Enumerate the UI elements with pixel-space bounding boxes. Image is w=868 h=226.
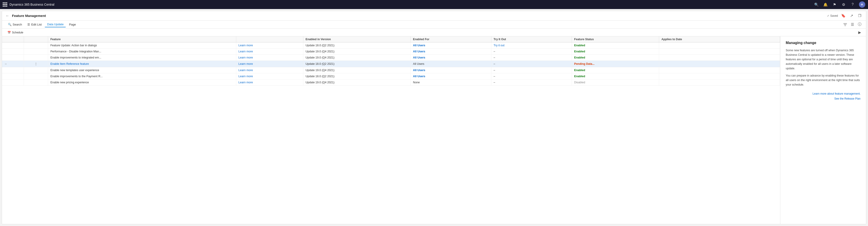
edit-list-label: Edit List xyxy=(31,23,41,26)
user-avatar[interactable]: IK xyxy=(859,1,865,8)
row-arrow-indicator xyxy=(2,67,24,73)
expand-icon[interactable]: ❐ xyxy=(857,13,862,18)
row-feature-name: Enable new templates user experience xyxy=(48,67,236,73)
row-date xyxy=(659,79,780,85)
row-try-out[interactable]: Try it out xyxy=(491,42,572,48)
row-status: Enabled xyxy=(572,48,659,54)
page-tab[interactable]: Page xyxy=(67,22,78,27)
col-status-header[interactable]: Feature Status xyxy=(572,36,659,42)
edit-list-icon: ☰ xyxy=(27,23,30,26)
learn-more-link[interactable]: Learn more xyxy=(239,56,253,59)
row-menu-btn xyxy=(24,67,48,73)
col-feature-header[interactable]: Feature xyxy=(48,36,236,42)
panel-toggle-icon[interactable]: ▶ xyxy=(857,30,862,35)
row-arrow-indicator xyxy=(2,54,24,61)
table-row[interactable]: Enable improvements to integrated em...L… xyxy=(2,54,780,61)
learn-more-link[interactable]: Learn more xyxy=(239,50,253,53)
list-view-icon[interactable]: ☰ xyxy=(850,22,855,27)
settings-icon[interactable]: ⚙ xyxy=(841,2,846,7)
col-menu xyxy=(24,36,48,42)
row-menu-btn xyxy=(24,42,48,48)
col-date-header[interactable]: Applies to Date xyxy=(659,36,780,42)
page-label: Page xyxy=(69,23,76,26)
learn-more-link[interactable]: Learn more xyxy=(239,69,253,72)
table-row[interactable]: Feature Update: Action bar in dialogsLea… xyxy=(2,42,780,48)
row-menu-btn xyxy=(24,48,48,54)
toolbar: 🔍 Search ☰ Edit List Data Update Page ☰ … xyxy=(2,21,866,29)
sub-toolbar: 📅 Schedule ▶ xyxy=(2,29,866,36)
content-area: Feature Enabled in Version Enabled For T… xyxy=(2,36,866,224)
try-out-link[interactable]: Try it out xyxy=(494,44,504,47)
side-panel: Managing change Some new features are tu… xyxy=(780,36,866,224)
learn-more-link[interactable]: Learn more xyxy=(239,62,253,66)
feature-table: Feature Enabled in Version Enabled For T… xyxy=(2,36,780,85)
row-enabled-for: All Users xyxy=(411,54,491,61)
checkmark-icon: ✓ xyxy=(827,14,829,17)
bookmark-icon[interactable]: 🔖 xyxy=(841,13,846,18)
search-button[interactable]: 🔍 Search xyxy=(6,22,24,27)
row-try-out: – xyxy=(491,48,572,54)
edit-list-button[interactable]: ☰ Edit List xyxy=(25,22,44,27)
row-version: Update 18.0 (Q2 2021) xyxy=(303,73,410,79)
row-enabled-for: None xyxy=(411,79,491,85)
row-version: Update 19.0 (Q4 2021) xyxy=(303,79,410,85)
share-icon[interactable]: ↗ xyxy=(849,13,854,18)
col-version-header[interactable]: Enabled in Version xyxy=(303,36,410,42)
row-version: Update 18.0 (Q2 2021) xyxy=(303,42,410,48)
notification-icon[interactable]: 🔔 xyxy=(823,2,828,7)
side-panel-paragraph1: Some new features are turned off when Dy… xyxy=(786,48,861,71)
row-learn-more[interactable]: Learn more xyxy=(236,48,303,54)
row-learn-more[interactable]: Learn more xyxy=(236,54,303,61)
row-learn-more[interactable]: Learn more xyxy=(236,61,303,67)
row-arrow-indicator xyxy=(2,79,24,85)
table-row[interactable]: →⋮Enable Item Reference featureLearn mor… xyxy=(2,61,780,67)
row-learn-more[interactable]: Learn more xyxy=(236,42,303,48)
table-row[interactable]: Enable new pricing experienceLearn moreU… xyxy=(2,79,780,85)
feature-name-link[interactable]: Enable Item Reference feature xyxy=(51,62,89,66)
col-enabled-header[interactable]: Enabled For xyxy=(411,36,491,42)
row-date xyxy=(659,54,780,61)
row-date xyxy=(659,67,780,73)
row-learn-more[interactable]: Learn more xyxy=(236,79,303,85)
row-learn-more[interactable]: Learn more xyxy=(236,73,303,79)
row-enabled-for: All Users xyxy=(411,42,491,48)
table-row[interactable]: Enable improvements to the Payment R...L… xyxy=(2,73,780,79)
row-learn-more[interactable]: Learn more xyxy=(236,67,303,73)
row-enabled-for: All Users xyxy=(411,67,491,73)
row-feature-name: Enable Item Reference feature xyxy=(48,61,236,67)
main-area: ← Feature Management ✓ Saved 🔖 ↗ ❐ 🔍 Sea… xyxy=(2,11,866,224)
row-menu-btn[interactable]: ⋮ xyxy=(24,61,48,67)
page-header: ← Feature Management ✓ Saved 🔖 ↗ ❐ xyxy=(2,11,866,21)
row-try-out: – xyxy=(491,79,572,85)
row-menu-btn xyxy=(24,79,48,85)
back-button[interactable]: ← xyxy=(6,14,9,18)
col-tryout-header[interactable]: Try It Out xyxy=(491,36,572,42)
search-nav-icon[interactable]: 🔍 xyxy=(814,2,819,7)
release-plan-link[interactable]: See the Release Plan xyxy=(786,97,861,101)
learn-more-link[interactable]: Learn more xyxy=(239,75,253,78)
row-feature-name: Performance - Disable Integration Man... xyxy=(48,48,236,54)
row-try-out: – xyxy=(491,54,572,61)
row-status: Pending Data... xyxy=(572,61,659,67)
filter-icon[interactable] xyxy=(842,22,848,27)
row-feature-name: Feature Update: Action bar in dialogs xyxy=(48,42,236,48)
row-date xyxy=(659,73,780,79)
table-row[interactable]: Performance - Disable Integration Man...… xyxy=(2,48,780,54)
row-date xyxy=(659,42,780,48)
row-enabled-for: All Users xyxy=(411,61,491,67)
table-section: Feature Enabled in Version Enabled For T… xyxy=(2,36,780,224)
data-update-tab[interactable]: Data Update xyxy=(45,22,66,27)
flag-icon[interactable]: ⚑ xyxy=(832,2,837,7)
side-panel-paragraph2: You can prepare in advance by enabling t… xyxy=(786,73,861,87)
schedule-button[interactable]: 📅 Schedule xyxy=(6,30,25,35)
learn-more-link[interactable]: Learn more xyxy=(239,81,253,84)
col-learn-header xyxy=(236,36,303,42)
learn-more-link[interactable]: Learn more about feature management. xyxy=(786,91,861,97)
learn-more-link[interactable]: Learn more xyxy=(239,44,253,47)
row-try-out: – xyxy=(491,61,572,67)
info-icon[interactable]: ⓘ xyxy=(857,22,862,27)
side-panel-title: Managing change xyxy=(786,41,861,45)
help-icon[interactable]: ? xyxy=(850,2,855,7)
app-grid-icon[interactable] xyxy=(3,2,7,7)
table-row[interactable]: Enable new templates user experienceLear… xyxy=(2,67,780,73)
